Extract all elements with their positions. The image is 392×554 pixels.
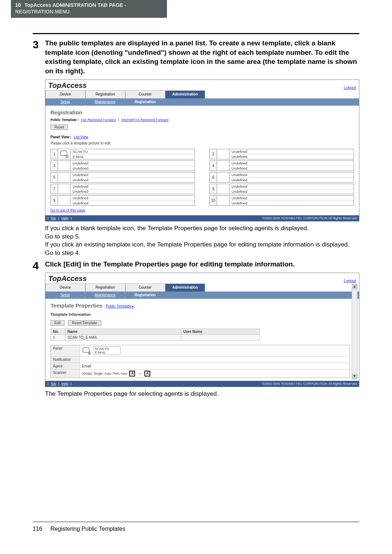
template-label: Undefined	[70, 189, 195, 194]
template-label: Undefined	[70, 196, 195, 201]
go-to-top-link[interactable]: Go to top of this page	[50, 208, 85, 212]
template-label: E-MAIL	[70, 154, 195, 159]
prop-panel-label: Panel	[51, 345, 80, 356]
copyright-text: ©2003-2006 TOSHIBA TEC CORPORATION All R…	[262, 382, 357, 386]
template-icon-blank[interactable]	[217, 161, 229, 171]
panel-caption-a: SCAN TO	[95, 347, 109, 351]
breadcrumb-ifax-forward[interactable]: InternetFAX Received Forward	[121, 118, 168, 122]
tab-counter[interactable]: Counter	[125, 284, 165, 292]
template-label: Undefined	[70, 161, 195, 166]
logout-link[interactable]: Logout	[344, 278, 356, 283]
step-3: 3 The public templates are displayed in …	[33, 38, 359, 257]
scrollbar[interactable]: ▲ ▼	[352, 284, 358, 379]
template-number: 2	[210, 149, 217, 159]
template-label: Undefined	[229, 172, 354, 178]
step3-after-line: Go to step 5.	[45, 233, 359, 241]
tab-device[interactable]: Device	[45, 90, 85, 98]
instruction-text: Please click a template picture to edit.	[50, 141, 354, 145]
edit-button[interactable]: Edit	[50, 320, 65, 326]
template-number: 9	[51, 196, 58, 205]
subtab-registration[interactable]: Registration	[125, 98, 165, 106]
reset-button[interactable]: Reset	[50, 125, 68, 130]
footer-help-link[interactable]: Help	[62, 216, 69, 220]
template-label: Undefined	[229, 149, 354, 154]
template-icon-blank[interactable]	[58, 161, 70, 171]
tab-device[interactable]: Device	[45, 284, 85, 292]
scroll-down-icon[interactable]: ▼	[352, 374, 357, 379]
template-row: 1 SCAN TOE-MAIL	[50, 149, 195, 159]
list-view-link[interactable]: List View	[74, 135, 88, 139]
step3-title: The public templates are displayed in a …	[45, 38, 359, 76]
subtab-registration[interactable]: Registration	[125, 292, 165, 299]
template-icon-blank[interactable]	[58, 172, 70, 182]
subtab-setup[interactable]: Setup	[45, 98, 85, 106]
breadcrumb: Public Template | Fax Received Forward |…	[50, 118, 354, 122]
step4-after-text: The Template Properties page for selecti…	[45, 390, 359, 398]
template-label: SCAN TO	[70, 149, 195, 154]
footer-help-link[interactable]: Help	[62, 382, 69, 386]
reset-template-button[interactable]: Reset Template	[68, 320, 101, 326]
chapter-number: 10	[15, 2, 21, 8]
template-label: Undefined	[70, 201, 195, 205]
chapter-line2: REGISTRATION MENU	[15, 9, 163, 15]
template-icon-blank[interactable]	[217, 172, 229, 182]
topaccess-logo: TopAccess	[48, 274, 87, 283]
tab-registration[interactable]: Registration	[85, 90, 125, 98]
panel-view-label: Panel View	[50, 135, 69, 139]
template-info-table: No. Name User Name 1 SCAN TO_E-MAIL	[50, 329, 260, 341]
step3-after-line: Go to step 4.	[45, 249, 359, 257]
template-number: 1	[51, 149, 58, 159]
template-row: 5 UndefinedUndefined	[50, 172, 195, 183]
template-label: Undefined	[229, 161, 354, 166]
template-icon-blank[interactable]	[217, 196, 229, 205]
scroll-up-icon[interactable]: ▲	[352, 284, 357, 289]
template-number: 5	[51, 172, 58, 182]
template-label: Undefined	[229, 178, 354, 182]
breadcrumb-fax-forward[interactable]: Fax Received Forward	[81, 118, 116, 122]
panel-caption-b: E-MAIL	[95, 351, 109, 354]
top-tabs: Device Registration Counter Administrati…	[45, 284, 359, 292]
footer-top-link[interactable]: Top	[51, 382, 56, 386]
tab-counter[interactable]: Counter	[125, 90, 165, 98]
prop-notification-label: Notification	[51, 357, 80, 363]
template-grid: 1 SCAN TOE-MAIL 3 UndefinedUndefined 5	[50, 149, 354, 207]
tab-administration[interactable]: Administration	[165, 90, 205, 98]
sub-tabs: Setup Maintenance Registration	[45, 98, 359, 106]
screenshot-footer: | Top | Help | ©2003-2006 TOSHIBA TEC CO…	[45, 381, 359, 387]
template-label: Undefined	[229, 201, 354, 205]
template-row: 9 UndefinedUndefined	[50, 195, 195, 206]
logout-link[interactable]: Logout	[344, 85, 356, 90]
step-number: 3	[33, 38, 45, 257]
prop-agent-label: Agent	[51, 363, 80, 369]
template-icon-blank[interactable]	[217, 184, 229, 194]
chapter-header: 10 TopAccess ADMINISTRATION TAB PAGE - R…	[11, 0, 167, 18]
template-row: 4 UndefinedUndefined	[209, 160, 354, 171]
template-number: 6	[210, 172, 217, 182]
cell-name: SCAN TO_E-MAIL	[65, 334, 181, 340]
tab-registration[interactable]: Registration	[85, 284, 125, 292]
template-icon[interactable]	[58, 149, 70, 159]
breadcrumb-public-template[interactable]: Public Template ▸	[106, 304, 134, 308]
tab-administration[interactable]: Administration	[165, 284, 205, 292]
subtab-setup[interactable]: Setup	[45, 292, 85, 299]
subtab-maintenance[interactable]: Maintenance	[85, 98, 125, 106]
template-icon-blank[interactable]	[58, 184, 70, 194]
col-no: No.	[51, 329, 65, 334]
letter-a-icon: A	[129, 371, 135, 376]
page-footer: 116 Registering Public Templates	[33, 522, 359, 532]
subtab-maintenance[interactable]: Maintenance	[85, 292, 125, 299]
template-icon-blank[interactable]	[58, 196, 70, 205]
template-icon-blank[interactable]	[217, 149, 229, 159]
step3-explanation: If you click a blank template icon, the …	[45, 224, 359, 258]
step3-after-line: If you click a blank template icon, the …	[45, 224, 359, 233]
screenshot-footer: | Top | Help | ©2003-2006 TOSHIBA TEC CO…	[45, 215, 359, 221]
cell-no: 1	[51, 334, 65, 340]
template-row: 10 UndefinedUndefined	[209, 195, 354, 206]
footer-top-link[interactable]: Top	[51, 216, 56, 220]
template-row: 2 UndefinedUndefined	[209, 149, 354, 159]
page-number: 116	[33, 526, 42, 532]
view-toggle: Panel View | List View	[50, 135, 354, 139]
template-label: Undefined	[70, 184, 195, 189]
step3-after-line: If you click an existing template icon, …	[45, 241, 359, 249]
topaccess-logo: TopAccess	[48, 81, 87, 90]
